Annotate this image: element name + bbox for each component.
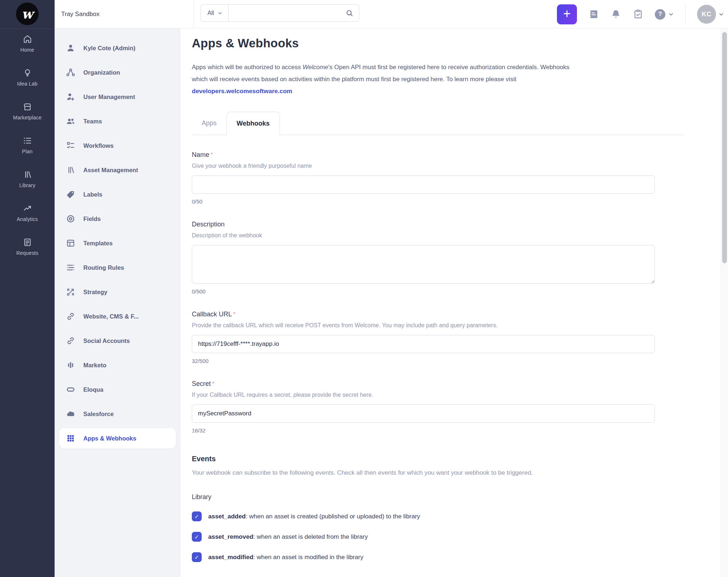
sidebar-item-workflows[interactable]: Workflows	[59, 135, 176, 156]
requests-icon	[23, 237, 32, 247]
sidebar-item-label: Salesforce	[83, 411, 114, 418]
sidebar-item-organization[interactable]: Organization	[59, 62, 176, 83]
sidebar-item-label: Marketo	[83, 362, 106, 369]
developers-link[interactable]: developers.welcomesoftware.com	[192, 85, 683, 97]
sidebar-item-label: Labels	[83, 191, 102, 198]
welcome-logo[interactable]: w	[16, 3, 39, 25]
description-text: which will receive events based on activ…	[192, 76, 517, 83]
required-asterisk: *	[211, 151, 213, 157]
event-label: asset_removed: when an asset is deleted …	[208, 533, 368, 541]
search-filter-dropdown[interactable]: All	[201, 5, 229, 21]
tab-webhooks[interactable]: Webhooks	[226, 112, 280, 135]
sidebar-item-plan[interactable]: Plan	[0, 136, 55, 154]
rail-label: Home	[20, 47, 34, 53]
sidebar-item-label: Teams	[83, 118, 102, 125]
sidebar-item-label: Eloqua	[83, 386, 103, 393]
sidebar-item-home[interactable]: Home	[0, 34, 55, 53]
asset-library-icon	[66, 165, 75, 175]
sidebar-item-teams[interactable]: Teams	[59, 111, 176, 131]
sidebar-item-asset-management[interactable]: Asset Management	[59, 160, 176, 180]
sidebar-item-profile[interactable]: Kyle Cote (Admin)	[59, 38, 176, 58]
secret-input[interactable]	[192, 404, 655, 423]
sidebar-item-label: Kyle Cote (Admin)	[83, 45, 135, 52]
sidebar-item-labels[interactable]: Labels	[59, 184, 176, 205]
salesforce-cloud-icon	[66, 409, 75, 419]
avatar: KC	[697, 5, 716, 24]
sidebar-item-marketo[interactable]: Marketo	[59, 355, 176, 375]
description-text: 's Open API must first be registered her…	[328, 64, 570, 71]
sidebar-item-templates[interactable]: Templates	[59, 233, 176, 253]
help-menu[interactable]: ?	[655, 9, 674, 20]
idea-lab-icon	[23, 68, 32, 78]
tab-apps[interactable]: Apps	[192, 111, 226, 135]
sidebar-item-website-cms[interactable]: Website, CMS & F...	[59, 306, 176, 327]
strategy-plays-icon	[66, 287, 75, 297]
org-chart-icon	[66, 68, 75, 77]
sidebar-item-salesforce[interactable]: Salesforce	[59, 404, 176, 424]
sidebar-item-requests[interactable]: Requests	[0, 237, 55, 256]
sidebar-item-routing-rules[interactable]: Routing Rules	[59, 257, 176, 278]
main-content: Apps & Webhooks Apps which will be autho…	[181, 28, 721, 577]
sidebar-item-label: Apps & Webhooks	[83, 435, 136, 442]
tasks-clipboard-icon[interactable]	[633, 9, 644, 20]
chevron-down-icon	[668, 11, 674, 17]
required-asterisk: *	[233, 311, 236, 317]
search-input[interactable]	[229, 5, 344, 21]
event-checkbox-row[interactable]: ✓ asset_removed: when an asset is delete…	[192, 532, 683, 542]
plan-icon	[23, 136, 32, 146]
user-menu[interactable]: KC	[697, 5, 724, 24]
sidebar-item-label: Organization	[83, 69, 120, 76]
name-input[interactable]	[192, 175, 655, 194]
tag-icon	[66, 190, 75, 199]
checkbox-checked-icon[interactable]: ✓	[192, 532, 202, 542]
sidebar-item-idea-lab[interactable]: Idea Lab	[0, 68, 55, 87]
checkbox-checked-icon[interactable]: ✓	[192, 552, 202, 562]
sidebar-item-user-management[interactable]: User Management	[59, 87, 176, 107]
sidebar-item-label: Workflows	[83, 142, 114, 149]
event-checkbox-row[interactable]: ✓ asset_added: when an asset is created …	[192, 511, 683, 521]
name-counter: 0/50	[192, 198, 683, 205]
sidebar-item-analytics[interactable]: Analytics	[0, 203, 55, 222]
callback-url-counter: 32/500	[192, 358, 683, 364]
events-heading: Events	[192, 455, 683, 463]
page-title: Apps & Webhooks	[192, 36, 683, 50]
sidebar-item-label: Website, CMS & F...	[83, 313, 139, 320]
tab-bar: Apps Webhooks	[192, 111, 683, 135]
callback-url-helper: Provide the callback URL which will rece…	[192, 322, 683, 329]
chevron-down-icon	[718, 11, 724, 17]
search-icon[interactable]	[344, 9, 359, 17]
create-button[interactable]: +	[557, 4, 577, 24]
event-label: asset_added: when an asset is created (p…	[208, 513, 420, 520]
user-icon	[66, 43, 75, 53]
events-description: Your webhook can subscribe to the follow…	[192, 469, 683, 477]
home-icon	[23, 34, 32, 44]
sidebar-item-social-accounts[interactable]: Social Accounts	[59, 331, 176, 351]
scrollbar-thumb[interactable]	[722, 32, 727, 263]
journal-icon[interactable]	[588, 9, 599, 20]
rail-label: Idea Lab	[17, 81, 37, 87]
name-helper: Give your webhook a friendly purposeful …	[192, 163, 683, 169]
rail-label: Library	[19, 182, 35, 188]
sidebar-item-library[interactable]: Library	[0, 170, 55, 188]
callback-url-input[interactable]	[192, 335, 655, 353]
sidebar-item-label: Strategy	[83, 289, 107, 296]
event-checkbox-row[interactable]: ✓ asset_modified: when an asset is modif…	[192, 552, 683, 562]
checkbox-checked-icon[interactable]: ✓	[192, 511, 202, 521]
sidebar-item-strategy[interactable]: Strategy	[59, 282, 176, 302]
library-icon	[23, 170, 32, 179]
notifications-bell-icon[interactable]	[610, 9, 621, 20]
marketo-bars-icon	[66, 360, 75, 370]
sidebar-item-apps-webhooks[interactable]: Apps & Webhooks	[59, 428, 176, 448]
workflows-icon	[66, 141, 75, 150]
sidebar-item-fields[interactable]: Fields	[59, 209, 176, 229]
sidebar-item-marketplace[interactable]: Marketplace	[0, 102, 55, 120]
header-divider	[685, 5, 686, 24]
description-field-group: Description Description of the webhook 0…	[192, 221, 683, 295]
sidebar-item-eloqua[interactable]: Eloqua	[59, 379, 176, 400]
description-helper: Description of the webhook	[192, 232, 683, 239]
description-textarea[interactable]	[192, 245, 655, 284]
workspace-title: Tray Sandbox	[61, 0, 99, 28]
scrollbar-track[interactable]	[721, 29, 728, 577]
nav-rail: w Home Idea Lab Marketplace Plan Library	[0, 0, 55, 577]
top-header: Tray Sandbox All + ?	[55, 0, 728, 28]
